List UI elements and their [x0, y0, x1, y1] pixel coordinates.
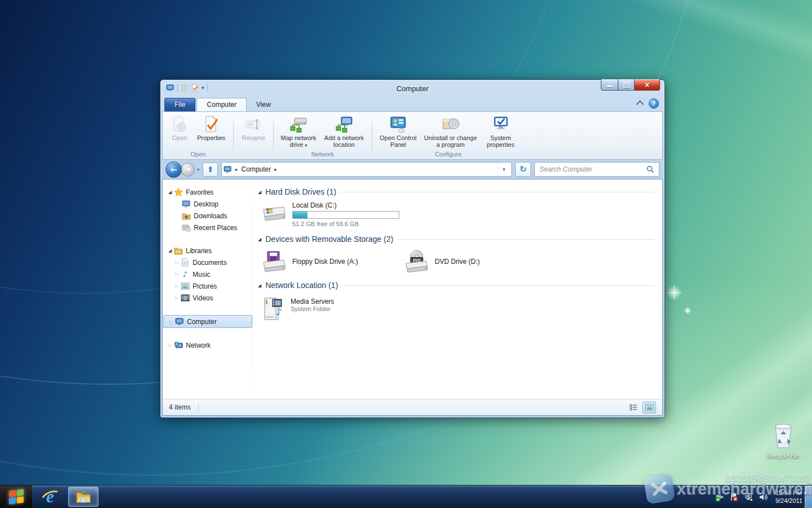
up-button[interactable]: ⬆	[203, 163, 218, 177]
action-center-icon[interactable]	[729, 492, 739, 502]
tree-collapsed-icon[interactable]: ▷	[173, 260, 180, 265]
sidebar-item-libraries[interactable]: ◢ Libraries	[163, 245, 253, 257]
start-button[interactable]	[0, 485, 32, 508]
sidebar-item-pictures[interactable]: ▷ Pictures	[163, 280, 253, 292]
desktop-icon	[182, 200, 191, 208]
safely-remove-hardware-icon[interactable]	[715, 492, 724, 502]
uninstall-icon	[441, 115, 459, 133]
rename-button[interactable]: Rename	[237, 113, 270, 142]
map-network-drive-button[interactable]: Map network drive ▾	[277, 113, 320, 150]
open-control-panel-button[interactable]: Open Control Panel	[376, 113, 421, 149]
main-area: ◢ Favorites Desktop Downloads Rece	[163, 179, 662, 399]
minimize-ribbon-icon[interactable]	[636, 100, 644, 108]
item-media-servers[interactable]: ♪ Media Servers System Folder	[261, 296, 654, 322]
tab-file[interactable]: File	[164, 98, 195, 111]
open-button[interactable]: Open	[167, 113, 193, 142]
sidebar-item-network[interactable]: ▷ Network	[163, 339, 253, 351]
tree-expanded-icon[interactable]: ◢	[167, 190, 173, 195]
properties-button[interactable]: Properties	[193, 113, 230, 142]
drive-name: Local Disk (C:)	[292, 201, 399, 209]
recycle-bin[interactable]: Recycle Bin	[761, 422, 805, 459]
wallpaper-sparkle	[666, 284, 682, 301]
volume-icon[interactable]	[759, 492, 768, 502]
tree-collapsed-icon[interactable]: ▷	[168, 319, 175, 324]
taskbar: e	[0, 485, 812, 508]
help-icon[interactable]: ?	[649, 98, 659, 109]
forward-button[interactable]: →	[181, 163, 195, 177]
sidebar-item-computer[interactable]: ▷ Computer	[163, 315, 252, 328]
ribbon-group-label: Configure	[435, 150, 462, 159]
title-bar[interactable]: ▾ Computer ×	[160, 80, 664, 97]
items-view[interactable]: ◢ Hard Disk Drives (1)	[253, 179, 662, 399]
desktop[interactable]: Recycle Bin .b32615d501a711d0	[0, 0, 812, 508]
window-title: Computer	[160, 84, 664, 93]
capacity-bar	[292, 211, 399, 219]
search-placeholder: Search Computer	[539, 165, 646, 173]
hard-drive-icon	[261, 201, 287, 224]
sidebar-item-desktop[interactable]: Desktop	[163, 198, 253, 210]
network-icon	[174, 341, 183, 349]
uninstall-program-button[interactable]: Uninstall or change a program	[421, 113, 480, 149]
section-hard-disk-drives[interactable]: ◢ Hard Disk Drives (1)	[257, 186, 654, 198]
show-desktop-button[interactable]	[804, 485, 812, 508]
item-dvd-drive-d[interactable]: DVD DVD Drive (D:)	[404, 250, 546, 273]
thumbnail-view-button[interactable]	[643, 402, 656, 413]
refresh-button[interactable]: ↻	[515, 162, 531, 177]
view-switcher	[627, 402, 656, 413]
system-properties-icon	[492, 115, 510, 133]
breadcrumb-computer[interactable]: Computer	[242, 165, 271, 173]
maximize-icon	[623, 82, 630, 88]
item-floppy-drive-a[interactable]: Floppy Disk Drive (A:)	[261, 250, 404, 273]
floppy-drive-icon	[261, 250, 287, 273]
search-box[interactable]: Search Computer	[534, 162, 659, 177]
network-status-icon[interactable]	[744, 492, 753, 502]
close-button[interactable]: ×	[635, 79, 660, 91]
item-local-disk-c[interactable]: Local Disk (C:) 51.2 GB free of 59.6 GB	[261, 201, 654, 227]
search-icon[interactable]	[646, 165, 654, 173]
taskbar-clock[interactable]: 12:59 PM 9/24/2011	[775, 489, 802, 505]
address-bar[interactable]: ▸ Computer ▸ ▾	[221, 162, 512, 177]
tree-collapsed-icon[interactable]: ▷	[167, 343, 173, 348]
window-controls: ×	[601, 79, 660, 91]
taskbar-internet-explorer-button[interactable]: e	[35, 487, 65, 506]
sidebar-item-documents[interactable]: ▷ Documents	[163, 257, 253, 268]
system-properties-button[interactable]: System properties	[480, 113, 521, 149]
sidebar-item-videos[interactable]: ▷ Videos	[163, 292, 253, 304]
tree-collapsed-icon[interactable]: ▷	[173, 284, 180, 289]
tab-computer[interactable]: Computer	[197, 98, 247, 111]
tree-collapsed-icon[interactable]: ▷	[173, 295, 180, 300]
clock-date: 9/24/2011	[775, 497, 802, 505]
sidebar-item-favorites[interactable]: ◢ Favorites	[163, 186, 253, 198]
ribbon-separator	[372, 115, 372, 157]
section-network-location[interactable]: ◢ Network Location (1)	[257, 279, 654, 291]
back-button[interactable]: ←	[166, 161, 182, 178]
recent-pages-dropdown-icon[interactable]: ▾	[197, 167, 199, 172]
explorer-window: ▾ Computer × File Computer View ?	[160, 79, 665, 418]
minimize-button[interactable]	[601, 79, 618, 91]
details-view-button[interactable]	[627, 402, 640, 413]
documents-icon	[181, 258, 189, 267]
downloads-icon	[182, 212, 191, 220]
tree-expanded-icon[interactable]: ◢	[167, 248, 173, 253]
section-removable-storage[interactable]: ◢ Devices with Removable Storage (2)	[257, 233, 654, 245]
add-network-location-button[interactable]: Add a network location	[320, 113, 368, 149]
ribbon-group-rename: Rename	[234, 113, 273, 159]
breadcrumb-arrow-icon[interactable]: ▸	[235, 167, 238, 172]
section-collapse-icon[interactable]: ◢	[258, 283, 261, 288]
sidebar-item-music[interactable]: ▷ ♪ Music	[163, 268, 253, 280]
maximize-button[interactable]	[618, 79, 635, 91]
taskbar-explorer-button[interactable]	[68, 487, 99, 507]
system-tray: 12:59 PM 9/24/2011	[715, 485, 802, 508]
sidebar-item-recent-places[interactable]: Recent Places	[163, 222, 253, 233]
section-collapse-icon[interactable]: ◢	[258, 237, 261, 242]
breadcrumb-arrow-icon[interactable]: ▸	[274, 167, 277, 172]
client-area: ◢ Favorites Desktop Downloads Rece	[162, 179, 663, 416]
media-server-icon: ♪	[261, 296, 285, 322]
tab-view[interactable]: View	[247, 98, 280, 111]
computer-icon	[224, 166, 232, 173]
section-collapse-icon[interactable]: ◢	[258, 190, 261, 195]
address-dropdown-icon[interactable]: ▾	[498, 163, 510, 176]
sidebar-item-downloads[interactable]: Downloads	[163, 210, 253, 222]
control-panel-icon	[389, 115, 407, 133]
tree-collapsed-icon[interactable]: ▷	[173, 272, 180, 277]
